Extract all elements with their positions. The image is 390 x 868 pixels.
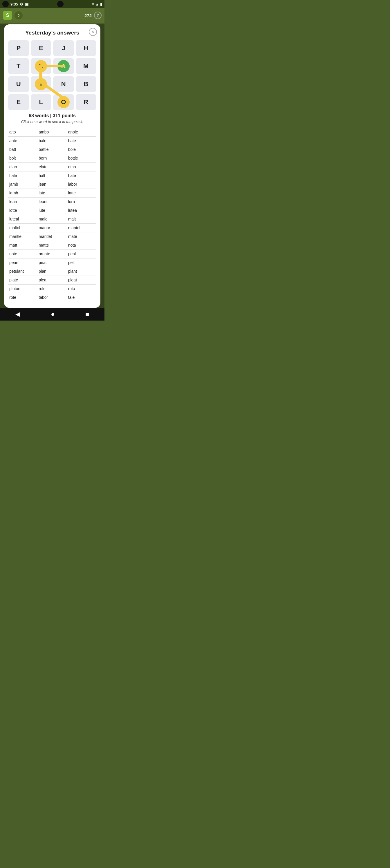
word-item[interactable]: manor xyxy=(37,224,67,232)
letter-cell-O: O xyxy=(53,94,74,110)
word-item[interactable]: anole xyxy=(67,128,96,137)
word-item[interactable]: rota xyxy=(67,285,96,293)
word-item[interactable]: lotte xyxy=(8,206,37,215)
word-item[interactable]: mantlet xyxy=(37,232,67,241)
letter-cell-R: R xyxy=(76,94,97,110)
sim-icon: ▣ xyxy=(25,2,28,6)
letter-cell-A: A xyxy=(53,58,74,74)
word-item[interactable]: lean xyxy=(8,197,37,206)
word-item[interactable]: bolt xyxy=(8,154,37,163)
back-button[interactable]: ◀ xyxy=(16,310,20,318)
wifi-icon: ▾ xyxy=(92,2,94,6)
stats-line: 68 words | 311 points xyxy=(8,113,96,118)
word-item[interactable]: note xyxy=(8,250,37,258)
letter-cell-T2: T xyxy=(31,76,52,92)
word-item[interactable]: nota xyxy=(67,241,96,250)
A-circle: A xyxy=(57,60,70,72)
letter-grid: P E J H T L A M U T N B E L O xyxy=(8,40,96,110)
time-display: 9:35 xyxy=(10,2,18,6)
word-item[interactable]: alto xyxy=(8,128,37,137)
word-item[interactable]: pleat xyxy=(67,276,96,285)
word-item[interactable]: ante xyxy=(8,137,37,145)
letter-cell-J: J xyxy=(53,40,74,56)
word-item[interactable]: elate xyxy=(37,163,67,172)
word-item[interactable]: batt xyxy=(8,145,37,154)
word-item[interactable]: latte xyxy=(67,189,96,197)
modal-title: Yesterday's answers xyxy=(8,30,96,36)
recents-button[interactable]: ■ xyxy=(85,310,89,318)
word-item[interactable]: tale xyxy=(67,293,96,302)
modal-overlay: × Yesterday's answers P E J H T L A M U … xyxy=(0,24,104,308)
word-item[interactable]: plate xyxy=(8,276,37,285)
letter-cell-H: H xyxy=(76,40,97,56)
word-item[interactable]: pelt xyxy=(67,258,96,267)
word-item[interactable]: elan xyxy=(8,163,37,172)
word-item[interactable]: role xyxy=(37,285,67,293)
word-item[interactable]: halt xyxy=(37,172,67,180)
word-item[interactable]: lute xyxy=(37,206,67,215)
game-header: S 0 272 ? xyxy=(0,8,104,23)
word-item[interactable]: bottle xyxy=(67,154,96,163)
word-item[interactable]: bole xyxy=(67,145,96,154)
word-item[interactable]: hate xyxy=(67,172,96,180)
L-circle: L xyxy=(35,60,47,72)
word-item[interactable]: ornate xyxy=(37,250,67,258)
word-item[interactable]: tabor xyxy=(37,293,67,302)
notification-dot xyxy=(57,1,64,7)
letter-cell-T1: T xyxy=(8,58,29,74)
word-item[interactable]: jamb xyxy=(8,180,37,189)
score-badge: 0 xyxy=(14,11,23,20)
word-item[interactable]: bale xyxy=(37,137,67,145)
word-item[interactable]: plea xyxy=(37,276,67,285)
word-item[interactable]: mantel xyxy=(67,224,96,232)
word-item[interactable]: matte xyxy=(37,241,67,250)
word-item[interactable]: pean xyxy=(8,258,37,267)
help-icon[interactable]: ? xyxy=(94,11,101,19)
close-button[interactable]: × xyxy=(89,28,97,36)
word-item[interactable]: late xyxy=(37,189,67,197)
camera-icon xyxy=(2,1,9,7)
signal-icon: ▲ xyxy=(95,2,99,6)
word-item[interactable]: plan xyxy=(37,267,67,276)
word-item[interactable]: rote xyxy=(8,293,37,302)
word-item[interactable]: hale xyxy=(8,172,37,180)
word-item[interactable]: labor xyxy=(67,180,96,189)
word-item[interactable]: peat xyxy=(37,258,67,267)
word-item[interactable]: battle xyxy=(37,145,67,154)
home-button[interactable]: ● xyxy=(51,310,55,318)
word-item[interactable]: ambo xyxy=(37,128,67,137)
word-item[interactable]: malt xyxy=(67,215,96,224)
battery-icon: ▮ xyxy=(100,2,102,6)
word-item[interactable]: leant xyxy=(37,197,67,206)
word-item[interactable]: plant xyxy=(67,267,96,276)
T-circle: T xyxy=(35,78,47,90)
letter-cell-U: U xyxy=(8,76,29,92)
O-circle: O xyxy=(57,96,70,108)
word-item[interactable]: maltol xyxy=(8,224,37,232)
word-item[interactable]: lorn xyxy=(67,197,96,206)
word-item[interactable]: mate xyxy=(67,232,96,241)
word-item[interactable]: pluton xyxy=(8,285,37,293)
nav-bar: ◀ ● ■ xyxy=(0,308,104,320)
total-score: 272 xyxy=(85,13,92,18)
letter-cell-B: B xyxy=(76,76,97,92)
word-item[interactable]: petulant xyxy=(8,267,37,276)
word-item[interactable]: jean xyxy=(37,180,67,189)
word-list: altoamboanoleantebalebatebattbattleboleb… xyxy=(8,128,96,302)
settings-icon: ⚙ xyxy=(20,2,23,6)
word-item[interactable]: bate xyxy=(67,137,96,145)
word-item[interactable]: luteal xyxy=(8,215,37,224)
word-item[interactable]: male xyxy=(37,215,67,224)
letter-cell-E: E xyxy=(31,40,52,56)
word-item[interactable]: lamb xyxy=(8,189,37,197)
word-item[interactable]: etna xyxy=(67,163,96,172)
word-item[interactable]: peal xyxy=(67,250,96,258)
word-item[interactable]: matt xyxy=(8,241,37,250)
word-item[interactable]: born xyxy=(37,154,67,163)
answers-modal: × Yesterday's answers P E J H T L A M U … xyxy=(4,24,100,308)
letter-cell-E2: E xyxy=(8,94,29,110)
word-item[interactable]: lutea xyxy=(67,206,96,215)
word-item[interactable]: mantle xyxy=(8,232,37,241)
hint-text: Click on a word to see it in the puzzle xyxy=(8,120,96,124)
game-logo: S xyxy=(3,11,12,20)
